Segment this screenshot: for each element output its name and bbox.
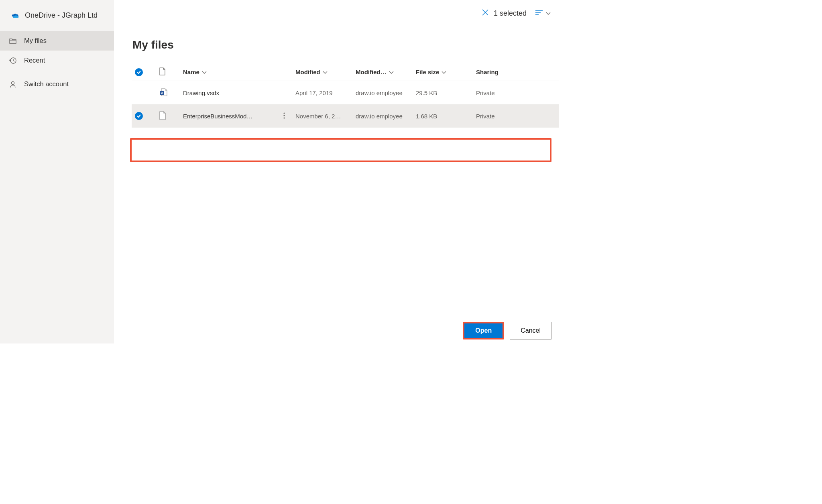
file-name: EnterpriseBusinessMod… — [183, 113, 252, 120]
select-all-cell[interactable] — [135, 68, 159, 76]
file-modified: November 6, 2… — [295, 113, 356, 120]
file-size: 1.68 KB — [416, 113, 476, 120]
file-size: 29.5 KB — [416, 89, 476, 96]
folder-icon — [9, 38, 17, 44]
list-lines-icon — [535, 10, 543, 17]
chevron-down-icon — [389, 69, 394, 75]
sidebar-item-label: Switch account — [24, 80, 69, 88]
column-label: Modified — [295, 69, 320, 75]
column-header-modified[interactable]: Modified — [295, 69, 356, 75]
table-row[interactable]: EnterpriseBusinessMod… November 6, 2… dr… — [132, 104, 559, 128]
nav-spacer — [0, 70, 114, 74]
sidebar-item-switch-account[interactable]: Switch account — [0, 74, 114, 94]
file-table: Name Modified Modified… File size Sharin… — [132, 63, 559, 128]
column-label: Name — [183, 69, 199, 75]
table-row[interactable]: V Drawing.vsdx April 17, 2019 draw.io em… — [132, 81, 559, 104]
chevron-down-icon — [323, 69, 328, 75]
cancel-button[interactable]: Cancel — [510, 322, 551, 339]
svg-point-4 — [283, 112, 285, 114]
svg-point-6 — [283, 117, 285, 118]
file-name-cell[interactable]: Drawing.vsdx — [183, 89, 295, 96]
close-icon — [482, 9, 489, 18]
checkmark-icon — [135, 112, 143, 120]
clear-selection-button[interactable]: 1 selected — [479, 7, 529, 20]
sidebar-item-recent[interactable]: Recent — [0, 51, 114, 70]
column-header-size[interactable]: File size — [416, 69, 476, 75]
svg-point-5 — [283, 115, 285, 116]
column-header-name[interactable]: Name — [183, 69, 295, 75]
column-label: Sharing — [476, 69, 498, 75]
file-name-cell[interactable]: EnterpriseBusinessMod… — [183, 112, 295, 121]
sidebar-item-my-files[interactable]: My files — [0, 31, 114, 51]
page-title: My files — [114, 21, 560, 63]
person-icon — [9, 81, 17, 88]
vertical-dots-icon — [283, 112, 285, 119]
footer: Open Cancel — [463, 318, 560, 343]
column-label: File size — [416, 69, 439, 75]
selection-count: 1 selected — [494, 9, 527, 18]
file-modified-by: draw.io employee — [356, 113, 416, 120]
sidebar: OneDrive - JGraph Ltd My files Recent — [0, 0, 114, 343]
visio-file-icon: V — [159, 88, 183, 98]
chevron-down-icon — [202, 69, 207, 75]
file-modified-by: draw.io employee — [356, 89, 416, 96]
brand-title: OneDrive - JGraph Ltd — [25, 11, 98, 20]
chevron-down-icon — [442, 69, 446, 75]
file-name: Drawing.vsdx — [183, 89, 219, 96]
generic-file-icon — [159, 111, 183, 121]
more-actions-button[interactable] — [283, 112, 286, 121]
brand: OneDrive - JGraph Ltd — [0, 7, 114, 31]
main: 1 selected My files — [114, 0, 560, 343]
file-sharing: Private — [476, 89, 555, 96]
view-options-button[interactable] — [533, 8, 553, 18]
file-modified: April 17, 2019 — [295, 89, 356, 96]
topbar: 1 selected — [114, 0, 560, 21]
checkmark-icon — [135, 68, 143, 76]
file-sharing: Private — [476, 113, 555, 120]
column-header-sharing[interactable]: Sharing — [476, 69, 555, 75]
sidebar-item-label: Recent — [24, 57, 45, 64]
column-label: Modified… — [356, 69, 387, 75]
annotation-highlight: Open — [463, 322, 504, 339]
svg-text:V: V — [161, 91, 163, 95]
row-checkbox[interactable] — [135, 112, 159, 120]
chevron-down-icon — [546, 10, 551, 16]
table-header-row: Name Modified Modified… File size Sharin… — [132, 63, 559, 81]
onedrive-icon — [11, 12, 19, 20]
svg-point-1 — [12, 81, 14, 84]
recent-icon — [9, 57, 17, 64]
sidebar-item-label: My files — [24, 37, 47, 45]
nav-list: My files Recent Switch account — [0, 31, 114, 94]
column-header-modified-by[interactable]: Modified… — [356, 69, 416, 75]
file-type-header-icon[interactable] — [159, 67, 183, 77]
annotation-highlight — [130, 138, 551, 162]
open-button[interactable]: Open — [464, 323, 503, 338]
